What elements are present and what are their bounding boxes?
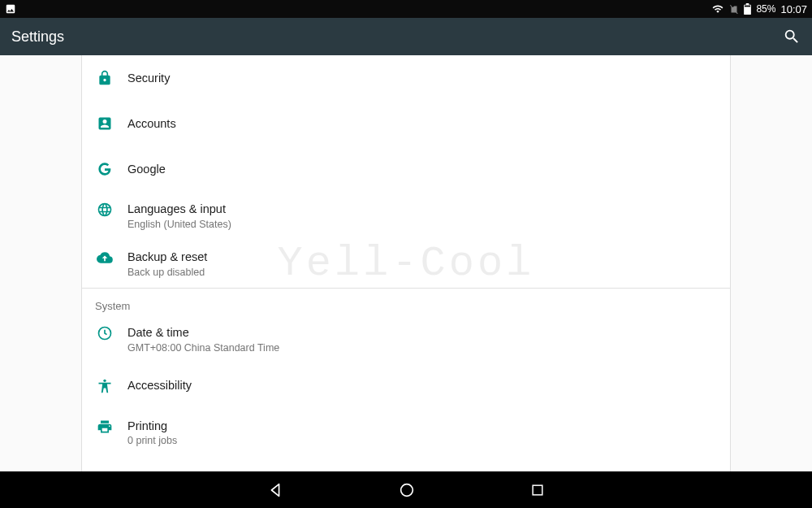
battery-icon [744, 3, 751, 15]
recents-button[interactable] [529, 482, 546, 498]
clock-icon [97, 325, 127, 341]
wifi-icon [711, 3, 724, 15]
svg-point-3 [401, 484, 413, 496]
battery-percent: 85% [756, 3, 775, 15]
accessibility-icon [97, 378, 127, 394]
status-clock: 10:07 [780, 3, 807, 15]
settings-item-languages[interactable]: Languages & input English (United States… [82, 192, 730, 240]
settings-item-accounts[interactable]: Accounts [82, 101, 730, 146]
navigation-bar [0, 471, 812, 508]
settings-item-backup[interactable]: Backup & reset Back up disabled [82, 240, 730, 288]
settings-item-accessibility[interactable]: Accessibility [82, 363, 730, 409]
settings-item-developer[interactable]: Developer options [82, 456, 730, 471]
item-label: Google [127, 162, 166, 177]
status-bar: 85% 10:07 [0, 0, 812, 18]
image-notification-icon [5, 3, 16, 15]
settings-list[interactable]: Security Accounts Google Languages & inp… [81, 55, 731, 471]
item-label: Accessibility [127, 378, 192, 393]
page-title: Settings [11, 28, 64, 46]
settings-item-printing[interactable]: Printing 0 print jobs [82, 409, 730, 457]
google-icon [97, 161, 127, 177]
settings-item-security[interactable]: Security [82, 55, 730, 101]
no-sim-icon [729, 3, 739, 15]
app-bar: Settings [0, 18, 812, 55]
settings-item-google[interactable]: Google [82, 146, 730, 192]
search-icon[interactable] [783, 28, 801, 46]
item-subtitle: GMT+08:00 China Standard Time [127, 342, 279, 354]
printer-icon [97, 419, 127, 435]
item-subtitle: 0 print jobs [127, 435, 177, 446]
section-header-system: System [82, 288, 730, 315]
svg-rect-4 [533, 485, 542, 495]
item-label: Accounts [127, 116, 176, 132]
item-subtitle: English (United States) [127, 219, 231, 230]
svg-point-2 [103, 379, 106, 381]
item-label: Date & time [127, 325, 279, 341]
content-area: Security Accounts Google Languages & inp… [0, 55, 812, 471]
home-button[interactable] [398, 481, 416, 499]
lock-icon [97, 70, 127, 86]
svg-rect-0 [745, 6, 750, 7]
back-button[interactable] [266, 481, 284, 499]
item-subtitle: Back up disabled [127, 267, 207, 278]
item-label: Printing [127, 419, 177, 434]
account-icon [97, 115, 127, 132]
item-label: Backup & reset [127, 250, 207, 265]
item-label: Security [127, 71, 170, 86]
globe-icon [97, 202, 127, 218]
settings-item-datetime[interactable]: Date & time GMT+08:00 China Standard Tim… [82, 315, 730, 363]
cloud-upload-icon [97, 250, 127, 266]
item-label: Languages & input [127, 202, 231, 217]
